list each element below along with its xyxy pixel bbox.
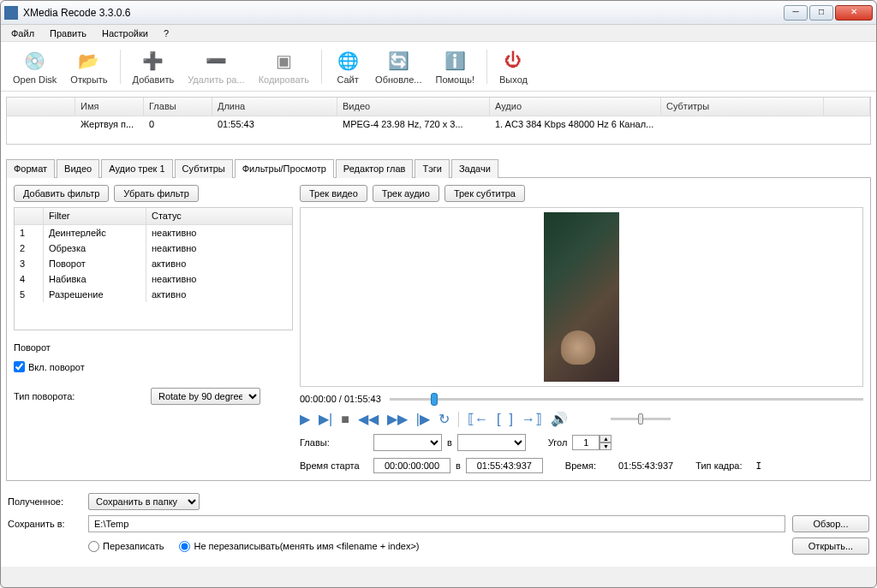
mark-out-button[interactable]: →⟧ xyxy=(522,411,542,427)
time-value: 01:55:43:937 xyxy=(618,460,673,471)
received-label: Полученное: xyxy=(8,496,81,507)
maximize-button[interactable]: □ xyxy=(809,5,833,21)
filter-col-status[interactable]: Статус xyxy=(146,208,232,224)
frame-type-label: Тип кадра: xyxy=(695,460,742,471)
tab-format[interactable]: Формат xyxy=(6,159,55,178)
next-button[interactable]: ▶| xyxy=(319,411,332,427)
file-row[interactable]: Жертвуя п... 0 01:55:43 MPEG-4 23.98 Hz,… xyxy=(7,116,870,135)
menu-help[interactable]: ? xyxy=(157,27,176,40)
col-audio[interactable]: Аудио xyxy=(490,98,661,116)
menu-file[interactable]: Файл xyxy=(4,27,41,40)
toolbar: 💿Open Disk 📂Открыть ➕Добавить ➖Удалить р… xyxy=(1,42,876,92)
open-button[interactable]: 📂Открыть xyxy=(63,47,114,86)
seek-slider[interactable] xyxy=(390,398,863,401)
tab-video[interactable]: Видео xyxy=(57,159,99,178)
filter-row[interactable]: 2Обрезканеактивно xyxy=(15,241,292,256)
remove-filter-button[interactable]: Убрать фильтр xyxy=(114,185,199,202)
col-chapters[interactable]: Главы xyxy=(144,98,212,116)
add-filter-button[interactable]: Добавить фильтр xyxy=(14,185,109,202)
tab-tags[interactable]: Тэги xyxy=(415,159,450,178)
tab-filters[interactable]: Фильтры/Просмотр xyxy=(235,159,334,178)
save-path-input[interactable] xyxy=(88,515,785,532)
bracket-left-icon[interactable]: [ xyxy=(497,412,500,427)
no-overwrite-radio[interactable]: Не перезаписывать(менять имя <filename +… xyxy=(179,541,419,552)
start-time-label: Время старта xyxy=(300,460,368,471)
chapters-label: Главы: xyxy=(300,437,368,448)
encode-icon: ▣ xyxy=(271,49,295,73)
tab-bar: Формат Видео Аудио трек 1 Субтитры Фильт… xyxy=(6,158,871,178)
close-button[interactable]: ✕ xyxy=(835,5,873,21)
track-subs-button[interactable]: Трек субтитра xyxy=(444,185,525,202)
frame-type-value: I xyxy=(756,460,762,472)
loop-button[interactable]: ↻ xyxy=(438,411,450,427)
bracket-right-icon[interactable]: ] xyxy=(509,412,512,427)
mark-in-button[interactable]: ⟦← xyxy=(468,411,488,427)
plus-icon: ➕ xyxy=(141,49,165,73)
browse-button[interactable]: Обзор... xyxy=(792,515,869,532)
v-label-2: в xyxy=(456,460,461,471)
open-folder-button[interactable]: Открыть... xyxy=(792,538,869,555)
chapter-to-select[interactable] xyxy=(457,434,526,451)
tab-audio[interactable]: Аудио трек 1 xyxy=(101,159,172,178)
remove-button[interactable]: ➖Удалить ра... xyxy=(181,47,251,86)
col-name[interactable]: Имя xyxy=(75,98,144,116)
col-subs[interactable]: Субтитры xyxy=(661,98,824,116)
disk-icon: 💿 xyxy=(23,49,47,73)
app-icon xyxy=(4,6,18,20)
window-title: XMedia Recode 3.3.0.6 xyxy=(23,7,784,19)
filter-row[interactable]: 3Поворотактивно xyxy=(15,256,292,271)
chapter-from-select[interactable] xyxy=(373,434,442,451)
title-bar: XMedia Recode 3.3.0.6 ─ □ ✕ xyxy=(1,1,876,25)
col-video[interactable]: Видео xyxy=(337,98,490,116)
enable-rotate-checkbox[interactable] xyxy=(14,361,25,372)
volume-slider[interactable] xyxy=(611,418,671,420)
tab-tasks[interactable]: Задачи xyxy=(451,159,498,178)
menu-settings[interactable]: Настройки xyxy=(95,27,155,40)
tab-subs[interactable]: Субтитры xyxy=(175,159,233,178)
col-length[interactable]: Длина xyxy=(212,98,337,116)
rewind-button[interactable]: ◀◀ xyxy=(358,411,379,427)
file-list: Имя Главы Длина Видео Аудио Субтитры Жер… xyxy=(6,97,871,145)
time-display: 00:00:00 / 01:55:43 xyxy=(300,394,381,404)
angle-label: Угол xyxy=(548,437,568,448)
forward-button[interactable]: ▶▶ xyxy=(387,411,408,427)
filter-col-name[interactable]: Filter xyxy=(44,208,146,224)
update-button[interactable]: 🔄Обновле... xyxy=(368,47,428,86)
folder-icon: 📂 xyxy=(77,49,101,73)
rotate-section-label: Поворот xyxy=(14,342,293,353)
time-label: Время: xyxy=(565,460,596,471)
help-button[interactable]: ℹ️Помощь! xyxy=(428,47,481,86)
angle-spinner[interactable]: ▲▼ xyxy=(572,435,615,450)
stop-button[interactable]: ■ xyxy=(341,412,349,427)
play-button[interactable]: ▶ xyxy=(300,411,310,427)
overwrite-radio[interactable]: Перезаписать xyxy=(88,541,164,552)
output-section: Полученное: Сохранить в папку Сохранить … xyxy=(1,486,876,567)
menu-edit[interactable]: Править xyxy=(43,27,93,40)
site-button[interactable]: 🌐Сайт xyxy=(327,47,368,86)
filter-row[interactable]: 4Набивканеактивно xyxy=(15,271,292,287)
refresh-icon: 🔄 xyxy=(386,49,410,73)
filter-panel: Добавить фильтр Убрать фильтр Filter Ста… xyxy=(6,178,871,481)
start-time-input[interactable] xyxy=(373,458,450,473)
track-audio-button[interactable]: Трек аудио xyxy=(373,185,439,202)
minus-icon: ➖ xyxy=(204,49,228,73)
filter-row[interactable]: 1Деинтерлейснеактивно xyxy=(15,225,292,241)
filter-table: Filter Статус 1Деинтерлейснеактивно 2Обр… xyxy=(14,207,293,330)
rotate-type-label: Тип поворота: xyxy=(14,391,134,401)
received-select[interactable]: Сохранить в папку xyxy=(88,493,200,510)
encode-button[interactable]: ▣Кодировать xyxy=(252,47,316,86)
menu-bar: Файл Править Настройки ? xyxy=(1,25,876,42)
exit-icon: ⏻ xyxy=(501,49,525,73)
open-disk-button[interactable]: 💿Open Disk xyxy=(6,47,63,86)
add-button[interactable]: ➕Добавить xyxy=(126,47,182,86)
tab-chapters[interactable]: Редактор глав xyxy=(336,159,414,178)
track-video-button[interactable]: Трек видео xyxy=(300,185,367,202)
rotate-type-select[interactable]: Rotate by 90 degrees xyxy=(151,388,260,405)
step-button[interactable]: |▶ xyxy=(416,411,430,427)
filter-row[interactable]: 5Разрешениеактивно xyxy=(15,287,292,302)
globe-icon: 🌐 xyxy=(336,49,360,73)
exit-button[interactable]: ⏻Выход xyxy=(492,47,534,86)
end-time-input[interactable] xyxy=(466,458,543,473)
volume-button[interactable]: 🔊 xyxy=(551,411,568,427)
minimize-button[interactable]: ─ xyxy=(784,5,808,21)
